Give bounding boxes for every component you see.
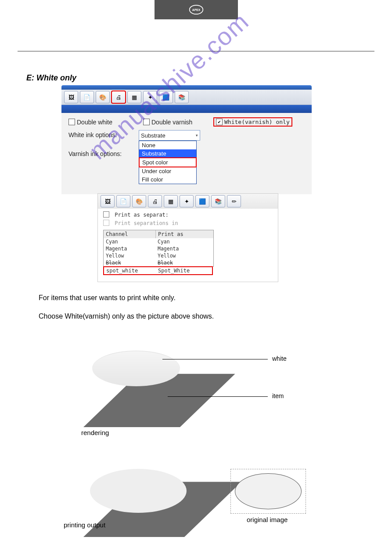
label-double-varnish: Double varnish — [151, 119, 192, 126]
cell-channel: Cyan — [104, 238, 155, 245]
combo-white-ink[interactable]: Substrate ▾ — [139, 130, 200, 141]
tb2-btn-2[interactable]: 📄 — [116, 195, 130, 207]
checkbox-print-separations-in — [103, 220, 109, 226]
toolbar-btn-2[interactable]: 📄 — [80, 91, 94, 103]
highlight-white-varnish-only: White(varnish) only — [213, 117, 292, 127]
leader-line-item — [168, 396, 268, 397]
th-channel: Channel — [104, 230, 156, 238]
cell-channel: Black — [104, 259, 155, 266]
caption-printing-output: printing output — [64, 521, 105, 529]
table-row[interactable]: Magenta Magenta — [104, 245, 213, 252]
diagram-white-ellipse-1 — [92, 351, 180, 386]
toolbar-btn-1[interactable]: 🖼 — [64, 91, 78, 103]
cell-printas: Yellow — [155, 252, 213, 259]
checkbox-double-white[interactable] — [68, 119, 75, 125]
toolbar-btn-4-highlighted[interactable]: 🖨 — [111, 91, 126, 103]
channel-table: Channel Print as Cyan Cyan Magenta Magen… — [103, 230, 214, 267]
table-row[interactable]: Yellow Yellow — [104, 252, 213, 259]
checkbox-white-varnish-only[interactable] — [216, 119, 223, 125]
caption-rendering: rendering — [81, 429, 109, 436]
leader-label-item: item — [272, 392, 284, 399]
table-row-selected[interactable]: spot_white Spot_White — [104, 267, 212, 274]
svg-text:APEX: APEX — [192, 8, 200, 11]
chevron-down-icon: ▾ — [196, 133, 198, 138]
cell-channel: spot_white — [104, 267, 156, 274]
diagram-original-image-box — [230, 469, 306, 514]
header-bar: APEX — [155, 0, 238, 19]
body-paragraph-1: For items that user wants to print white… — [39, 293, 353, 303]
dropdown-option-under-color[interactable]: Under color — [139, 167, 196, 175]
toolbar-btn-7[interactable]: 🟦 — [159, 91, 173, 103]
toolbar-2: 🖼 📄 🎨 🖨 ▦ ✦ 🟦 📚 ✏ — [98, 194, 278, 209]
window-titlebar — [61, 85, 312, 90]
body-paragraph-2: Choose White(varnish) only as the pictur… — [39, 311, 353, 322]
table-row[interactable]: Black Black — [104, 259, 213, 266]
combo-white-ink-value: Substrate — [141, 132, 165, 139]
page-content: manualshive.com E: White only 🖼 📄 🎨 🖨 ▦ … — [0, 51, 392, 555]
options-panel: Double white Double varnish White(varnis… — [61, 113, 312, 194]
toolbar: 🖼 📄 🎨 🖨 ▦ ✦ 🟦 📚 — [61, 90, 312, 105]
dropdown-option-spot-color[interactable]: Spot color — [139, 157, 197, 167]
tb2-btn-9[interactable]: ✏ — [227, 195, 241, 207]
label-varnish-ink-options: Varnish ink options: — [68, 149, 139, 157]
cell-channel: Yellow — [104, 252, 155, 259]
toolbar-btn-6[interactable]: ✦ — [143, 91, 157, 103]
cell-printas: Black — [155, 259, 213, 266]
diagram-area: white item rendering printing output ori… — [26, 339, 366, 555]
label-white-ink-options: White ink options: — [68, 130, 139, 138]
caption-original-image: original image — [247, 516, 288, 523]
dropdown-option-fill-color[interactable]: Fill color — [139, 175, 196, 184]
tb2-btn-3[interactable]: 🎨 — [132, 195, 146, 207]
diagram-original-oval — [235, 473, 302, 509]
screenshot-lower: 🖼 📄 🎨 🖨 ▦ ✦ 🟦 📚 ✏ Print as separat: Prin… — [97, 193, 278, 282]
cell-printas: Spot_White — [156, 267, 212, 274]
checkbox-double-varnish[interactable] — [143, 119, 150, 125]
tb2-btn-6[interactable]: ✦ — [180, 195, 194, 207]
label-print-separations-in: Print separations in — [115, 220, 178, 226]
label-white-varnish-only: White(varnish) only — [224, 119, 290, 125]
checkbox-print-as-separat[interactable] — [103, 211, 109, 218]
label-double-white: Double white — [77, 119, 112, 126]
tb2-btn-5[interactable]: ▦ — [164, 195, 178, 207]
toolbar-btn-3[interactable]: 🎨 — [96, 91, 110, 103]
dropdown-white-ink: None Substrate Spot color Under color Fi… — [139, 141, 197, 184]
dropdown-option-none[interactable]: None — [139, 141, 196, 149]
highlight-spot-white-row: spot_white Spot_White — [103, 266, 213, 275]
th-printas: Print as — [156, 230, 213, 238]
label-print-as-separat: Print as separat: — [115, 212, 169, 218]
ribbon-strip — [61, 105, 312, 113]
apex-logo-icon: APEX — [189, 4, 204, 15]
tb2-btn-8[interactable]: 📚 — [211, 195, 225, 207]
diagram-white-ellipse-2 — [90, 469, 187, 513]
toolbar-btn-5[interactable]: ▦ — [127, 91, 141, 103]
tb2-btn-4[interactable]: 🖨 — [148, 195, 162, 207]
cell-channel: Magenta — [104, 245, 155, 252]
tb2-btn-7[interactable]: 🟦 — [195, 195, 209, 207]
cell-printas: Magenta — [155, 245, 213, 252]
leader-label-white: white — [272, 355, 287, 362]
dropdown-option-substrate[interactable]: Substrate — [139, 149, 196, 158]
table-row[interactable]: Cyan Cyan — [104, 238, 213, 245]
section-title: E: White only — [26, 73, 366, 83]
screenshot-upper: 🖼 📄 🎨 🖨 ▦ ✦ 🟦 📚 Double white Double varn… — [61, 85, 312, 282]
cell-printas: Cyan — [155, 238, 213, 245]
tb2-btn-1[interactable]: 🖼 — [101, 195, 115, 207]
toolbar-btn-8[interactable]: 📚 — [175, 91, 189, 103]
leader-line-white — [162, 359, 268, 359]
